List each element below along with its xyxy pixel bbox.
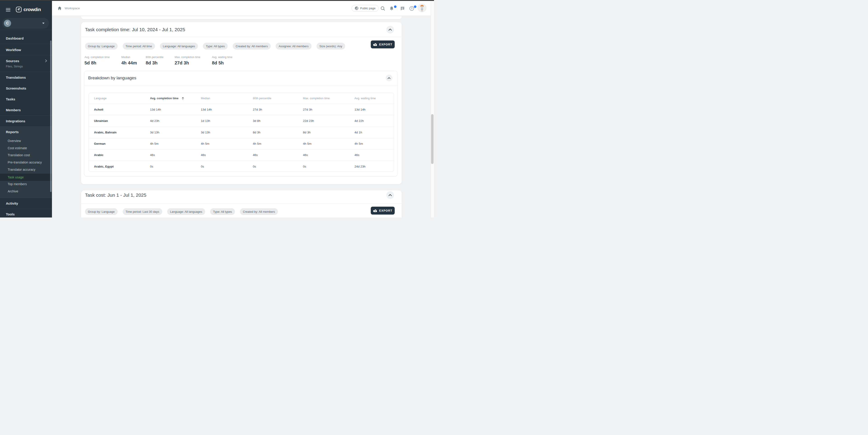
task-completion-title: Task completion time: Jul 10, 2024 - Jul… xyxy=(85,27,185,32)
sidebar-item-workflow[interactable]: Workflow xyxy=(6,48,21,52)
crowdin-logo-text: crowdin xyxy=(24,7,41,12)
sidebar-item-translation-cost[interactable]: Translation cost xyxy=(8,153,30,157)
sidebar-item-sources-subtitle: Files, Strings xyxy=(6,65,23,68)
stat-avg-completion-time: Avg. completion time 5d 8h xyxy=(85,56,110,65)
public-page-button[interactable]: Public page xyxy=(351,5,379,11)
export-button[interactable]: EXPORT xyxy=(371,40,395,48)
table-row: Arabic, Bahrain 3d 13h 3d 13h 8d 3h 8d 3… xyxy=(89,126,394,138)
column-header-max-completion-time[interactable]: Max. completion time xyxy=(298,97,349,100)
sidebar-divider xyxy=(0,44,52,44)
collapse-panel-button[interactable] xyxy=(386,191,394,199)
sidebar-divider xyxy=(0,30,52,30)
chevron-up-icon xyxy=(388,77,391,79)
filter-chip-group-by[interactable]: Group by: Language xyxy=(85,208,118,215)
crowdin-logo[interactable]: crowdin xyxy=(16,6,41,12)
user-avatar[interactable] xyxy=(418,4,426,12)
public-page-label: Public page xyxy=(360,6,375,10)
sidebar-item-top-members[interactable]: Top members xyxy=(8,182,27,186)
globe-icon xyxy=(355,6,359,10)
cloud-download-icon xyxy=(373,43,377,46)
sidebar-item-task-usage[interactable]: Task usage xyxy=(8,175,24,179)
chevron-up-icon xyxy=(389,194,392,196)
sidebar-item-tools[interactable]: Tools xyxy=(6,212,15,216)
collapse-panel-button[interactable] xyxy=(386,26,394,33)
collapse-breakdown-button[interactable] xyxy=(386,75,393,81)
help-icon[interactable]: ? xyxy=(409,6,414,11)
breadcrumb[interactable]: Workspace xyxy=(65,6,80,10)
sidebar-item-archive[interactable]: Archive xyxy=(8,190,18,193)
task-cost-title: Task cost: Jun 1 - Jul 1, 2025 xyxy=(85,193,146,198)
filter-chip-assignee[interactable]: Assignee: All members xyxy=(276,43,311,50)
export-button[interactable]: EXPORT xyxy=(371,207,395,214)
svg-text:?: ? xyxy=(411,7,412,10)
table-row: Ukrainian 4d 23h 1d 13h 3d 8h 22d 23h 4d… xyxy=(89,115,394,126)
stat-median: Median 4h 44m xyxy=(121,56,137,65)
sidebar-divider xyxy=(0,209,52,209)
filter-chip-time-period[interactable]: Time period: Last 30 days xyxy=(123,208,162,215)
help-badge xyxy=(414,5,416,8)
column-header-avg-completion-time[interactable]: Avg. completion time xyxy=(145,97,196,100)
filter-chip-type[interactable]: Type: All types xyxy=(210,208,235,215)
sidebar-item-translations[interactable]: Translations xyxy=(6,76,26,79)
sidebar-item-reports[interactable]: Reports xyxy=(6,130,19,134)
sidebar: crowdin C Dashboard Workflow Sources Fil… xyxy=(0,1,52,218)
filter-chips: Group by: Language Time period: All time… xyxy=(85,43,345,50)
sidebar-item-dashboard[interactable]: Dashboard xyxy=(6,36,24,40)
breakdown-title: Breakdown by languages xyxy=(88,76,136,81)
sidebar-item-activity[interactable]: Activity xyxy=(6,201,18,205)
stat-avg-waiting-time: Avg. waiting time 8d 5h xyxy=(212,56,232,65)
sidebar-item-cost-estimate[interactable]: Cost estimate xyxy=(8,146,27,150)
chevron-up-icon xyxy=(389,28,392,31)
sort-ascending-icon xyxy=(182,97,184,100)
filter-chips: Group by: Language Time period: Last 30 … xyxy=(85,208,278,215)
table-row: German 4h 5m 4h 5m 4h 5m 4h 5m 4h 5m xyxy=(89,138,394,149)
filter-chip-group-by[interactable]: Group by: Language xyxy=(85,43,118,50)
notifications-bell-icon[interactable] xyxy=(389,6,394,11)
sidebar-scrollbar[interactable] xyxy=(50,40,52,192)
filter-chip-time-period[interactable]: Time period: All time xyxy=(123,43,155,50)
crowdin-logo-icon xyxy=(16,6,22,12)
column-header-avg-waiting-time[interactable]: Avg. waiting time xyxy=(349,97,394,100)
table-row: Arabic 46s 46s 46s 46s 46s xyxy=(89,149,394,161)
notifications-badge xyxy=(394,5,397,8)
messages-icon[interactable] xyxy=(400,6,405,11)
sidebar-item-overview[interactable]: Overview xyxy=(8,139,21,143)
languages-table: Language Avg. completion time Median 80t… xyxy=(89,93,394,172)
filter-chip-size[interactable]: Size (words): Any xyxy=(316,43,345,50)
page-scrollbar-track[interactable] xyxy=(431,1,434,218)
column-header-language[interactable]: Language xyxy=(89,97,145,100)
filter-chip-created-by[interactable]: Created by: All members xyxy=(233,43,271,50)
stat-80th-percentile: 80th percentile 8d 3h xyxy=(146,56,163,65)
sidebar-item-integrations[interactable]: Integrations xyxy=(6,119,25,123)
stat-max-completion-time: Max. completion time 27d 3h xyxy=(175,56,200,65)
sidebar-item-screenshots[interactable]: Screenshots xyxy=(6,86,26,90)
avatar-robot-image xyxy=(418,4,426,12)
filter-chip-type[interactable]: Type: All types xyxy=(203,43,228,50)
table-row: Arabic, Egypt 0s 0s 0s 0s 24d 23h xyxy=(89,161,394,172)
hamburger-menu-icon[interactable] xyxy=(6,8,10,11)
filter-chip-created-by[interactable]: Created by: All members xyxy=(240,208,278,215)
table-row: Acholi 13d 14h 13d 14h 27d 3h 27d 3h 13d… xyxy=(89,104,394,115)
filter-chip-language[interactable]: Language: All languages xyxy=(167,208,205,215)
previous-panel-edge xyxy=(81,16,402,19)
page-scrollbar-thumb[interactable] xyxy=(431,114,434,164)
chevron-right-icon xyxy=(45,59,48,62)
table-header-row: Language Avg. completion time Median 80t… xyxy=(89,93,394,104)
sidebar-item-sources[interactable]: Sources xyxy=(6,59,19,63)
column-header-median[interactable]: Median xyxy=(196,97,248,100)
column-header-80th-percentile[interactable]: 80th percentile xyxy=(248,97,298,100)
sidebar-item-tasks[interactable]: Tasks xyxy=(6,97,15,101)
chevron-down-icon xyxy=(42,23,44,24)
filter-chip-language[interactable]: Language: All languages xyxy=(160,43,198,50)
sidebar-item-translator-accuracy[interactable]: Translator accuracy xyxy=(8,168,35,171)
divider xyxy=(81,203,402,204)
sidebar-item-members[interactable]: Members xyxy=(6,108,21,112)
workspace-avatar: C xyxy=(4,20,11,27)
sidebar-divider xyxy=(0,115,52,116)
sidebar-item-pre-translation-accuracy[interactable]: Pre-translation accuracy xyxy=(8,161,42,164)
search-icon[interactable] xyxy=(380,6,385,11)
workspace-selector[interactable]: C xyxy=(2,18,49,29)
home-icon[interactable] xyxy=(57,6,62,11)
cloud-download-icon xyxy=(373,209,377,212)
